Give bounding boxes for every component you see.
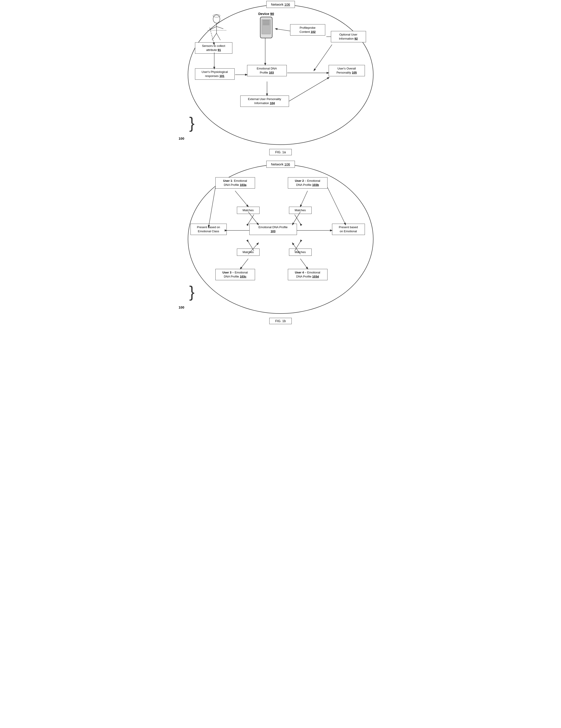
matches-top-right-box: Matches: [289, 207, 312, 214]
matches-bottom-right-box: Matches: [289, 249, 312, 256]
device-label: Device 90: [258, 12, 274, 16]
fig1b-number: 100: [179, 305, 184, 309]
fig1b-section: Network 106 User 1- EmotionalDNA Profile…: [183, 164, 378, 326]
fig1b-container: Network 106 User 1- EmotionalDNA Profile…: [188, 164, 374, 314]
svg-line-3: [216, 26, 223, 29]
svg-line-33: [328, 187, 346, 225]
phone-screen: [261, 19, 270, 34]
svg-line-21: [248, 215, 254, 224]
svg-line-12: [275, 29, 290, 31]
users-overall-box: User's Overall Personality 105: [329, 65, 365, 76]
device-label-area: Device 90: [258, 12, 274, 38]
svg-point-0: [213, 15, 220, 23]
emotional-center-box: Emotional DNA Profile 103: [249, 224, 297, 235]
present-left-box: Present based on Emotional Class: [190, 224, 227, 235]
fig1a-section: Network 106 Device 90: [183, 5, 378, 158]
svg-line-32: [208, 187, 215, 227]
svg-line-18: [235, 191, 248, 207]
fig1b-network-label: Network 106: [266, 161, 295, 168]
user4-box: User 4 – EmotionalDNA Profile 103d: [288, 269, 328, 280]
profileprobe-box: Profileprobe Content 102: [290, 24, 325, 36]
optional-user-box: Optional User Information 92: [331, 31, 366, 42]
svg-line-31: [300, 259, 308, 269]
curly-brace-1a: }: [189, 115, 194, 131]
fig1a-network-label: Network 106: [266, 1, 295, 8]
fig1b-ellipse: Network 106 User 1- EmotionalDNA Profile…: [188, 164, 374, 314]
fig1a-number: 100: [179, 137, 184, 140]
external-user-box: External User Personality Information 10…: [240, 96, 289, 107]
user3-box: User 3 – EmotionalDNA Profile 103c: [215, 269, 255, 280]
svg-line-23: [295, 215, 300, 224]
physiological-box: User's Physiological responses 101: [195, 68, 234, 80]
svg-line-19: [300, 191, 308, 207]
svg-line-17: [289, 77, 329, 101]
fig1a-label: FIG. 1a: [269, 149, 292, 155]
svg-line-2: [210, 26, 216, 30]
emotional-dna-box: Emotional DNA Profile 103: [247, 65, 287, 76]
fig1a-label-container: FIG. 1a: [183, 145, 378, 158]
present-right-box: Present based on Emotional: [332, 224, 365, 235]
svg-line-4: [212, 33, 216, 40]
user2-box: User 2 – EmotionalDNA Profile 103b: [288, 177, 328, 189]
sensors-box: Sensors to collect attribute 91: [195, 42, 232, 54]
fig1b-label-container: FIG. 1b: [183, 314, 378, 326]
fig1a-ellipse: Network 106 Device 90: [188, 5, 374, 145]
matches-bottom-left-box: Matches: [237, 249, 259, 256]
svg-line-5: [216, 33, 220, 40]
fig1b-label: FIG. 1b: [269, 318, 292, 324]
svg-line-30: [240, 259, 248, 269]
person-figure: [202, 14, 231, 43]
matches-top-left-box: Matches: [237, 207, 259, 214]
fig1a-container: Network 106 Device 90: [188, 5, 374, 145]
curly-brace-1b: }: [189, 284, 194, 300]
user1-box: User 1- EmotionalDNA Profile 103a: [215, 177, 255, 189]
phone-icon: [260, 17, 272, 38]
